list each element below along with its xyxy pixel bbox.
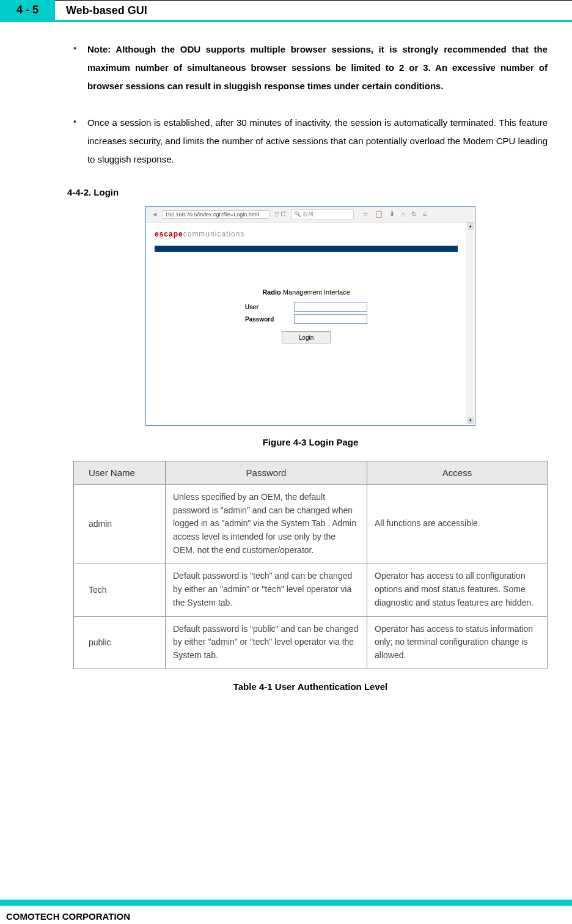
home-icon[interactable]: ⌂ xyxy=(401,210,405,218)
search-field[interactable]: 🔍 검색 xyxy=(291,209,354,219)
bullet-text-1: Note: Although the ODU supports multiple… xyxy=(87,40,548,95)
user-label: User xyxy=(245,304,294,310)
document-content: • Note: Although the ODU supports multip… xyxy=(0,22,572,704)
header-title: Web-based GUI xyxy=(55,0,572,20)
note-body: Although the ODU supports multiple brows… xyxy=(87,44,548,91)
logo-gray: communications xyxy=(183,230,245,238)
toolbar-icons: ☆ 📋 ⬇ ⌂ ↻ ≡ xyxy=(362,210,427,218)
scroll-up-icon[interactable]: ▴ xyxy=(468,222,474,230)
figure-caption: Figure 4-3 Login Page xyxy=(73,437,548,447)
cell-access-tech: Operator has access to all configuration… xyxy=(367,563,548,616)
bullet-dot-icon: • xyxy=(73,117,76,127)
th-password: Password xyxy=(166,461,367,485)
cell-password-admin: Unless specified by an OEM, the default … xyxy=(166,485,367,563)
bullet-session: • Once a session is established, after 3… xyxy=(73,114,548,169)
cell-password-tech: Default password is "tech" and can be ch… xyxy=(166,563,367,616)
login-form: Radio Management Interface User Password… xyxy=(155,288,458,343)
header-bar: 4 - 5 Web-based GUI xyxy=(0,0,572,22)
user-row: User xyxy=(155,302,458,312)
download-icon[interactable]: ⬇ xyxy=(389,210,395,218)
form-title: Radio Management Interface xyxy=(155,288,458,296)
login-screenshot: ◄ 192.168.70.5/index.cgi?file=Login.html… xyxy=(145,206,475,426)
note-prefix: Note: xyxy=(87,44,116,54)
table-row: admin Unless specified by an OEM, the de… xyxy=(74,485,548,563)
user-input[interactable] xyxy=(294,302,367,312)
login-page-body: ▴ ▾ escapecommunications Radio Managemen… xyxy=(146,222,475,424)
cell-user-tech: Tech xyxy=(74,563,166,616)
star-icon[interactable]: ☆ xyxy=(362,210,369,218)
search-placeholder: 검색 xyxy=(302,211,314,217)
password-row: Password xyxy=(155,314,458,324)
reload-icon[interactable]: ▽ C' xyxy=(274,211,287,218)
scroll-down-icon[interactable]: ▾ xyxy=(468,417,474,424)
footer-bar xyxy=(0,900,572,906)
bullet-note: • Note: Although the ODU supports multip… xyxy=(73,40,548,95)
table-header-row: User Name Password Access xyxy=(74,461,548,485)
th-access: Access xyxy=(367,461,548,485)
table-caption: Table 4-1 User Authentication Level xyxy=(73,681,548,692)
th-username: User Name xyxy=(74,461,166,485)
form-title-bold: Radio xyxy=(262,288,281,296)
cell-password-public: Default password is "public" and can be … xyxy=(166,616,367,669)
cell-access-public: Operator has access to status informatio… xyxy=(367,616,548,669)
browser-toolbar: ◄ 192.168.70.5/index.cgi?file=Login.html… xyxy=(146,207,475,222)
bullet-dot-icon: • xyxy=(73,43,76,53)
auth-table: User Name Password Access admin Unless s… xyxy=(73,461,548,669)
clipboard-icon[interactable]: 📋 xyxy=(375,210,383,218)
sync-icon[interactable]: ↻ xyxy=(411,210,417,218)
cell-access-admin: All functions are accessible. xyxy=(367,485,548,563)
back-arrow-icon[interactable]: ◄ xyxy=(150,210,160,219)
url-field[interactable]: 192.168.70.5/index.cgi?file=Login.html xyxy=(162,210,270,219)
login-button[interactable]: Login xyxy=(282,331,331,343)
password-input[interactable] xyxy=(294,314,367,324)
blue-divider xyxy=(155,246,458,252)
form-title-rest: Management Interface xyxy=(281,288,350,296)
escape-logo: escapecommunications xyxy=(155,230,458,238)
logo-red: escape xyxy=(155,230,183,238)
table-row: public Default password is "public" and … xyxy=(74,616,548,669)
menu-icon[interactable]: ≡ xyxy=(423,210,427,218)
bullet-text-2: Once a session is established, after 30 … xyxy=(87,114,548,169)
cell-user-admin: admin xyxy=(74,485,166,563)
password-label: Password xyxy=(245,316,294,323)
section-heading-login: 4-4-2. Login xyxy=(67,187,548,197)
footer-text: COMOTECH CORPORATION xyxy=(6,911,130,922)
cell-user-public: public xyxy=(74,616,166,669)
page-number: 4 - 5 xyxy=(0,0,55,20)
table-row: Tech Default password is "tech" and can … xyxy=(74,563,548,616)
